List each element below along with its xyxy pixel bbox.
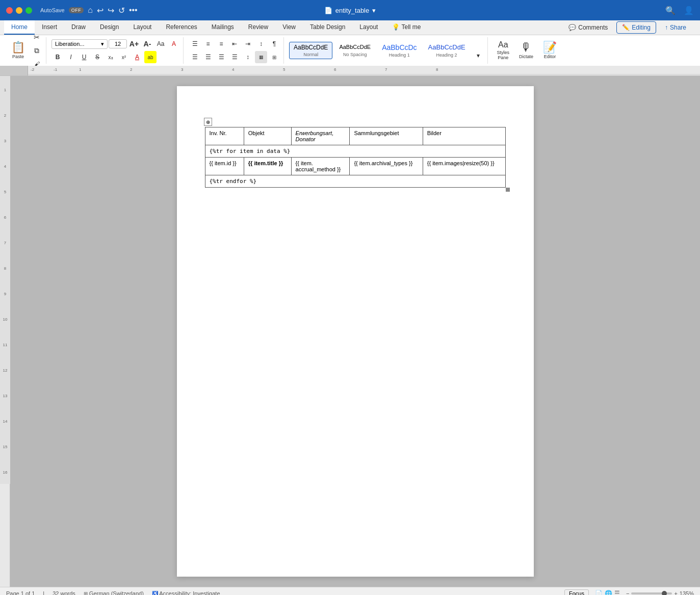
header-bilder: Bilder <box>423 127 505 145</box>
font-grow-button[interactable]: A+ <box>128 38 140 50</box>
tab-tell-me[interactable]: 💡 Tell me <box>385 20 428 35</box>
undo-icon[interactable]: ↩ <box>97 6 103 15</box>
font-color-button[interactable]: A <box>131 51 143 63</box>
indent-decrease-button[interactable]: ⇤ <box>228 38 241 50</box>
line-spacing-button[interactable]: ↕ <box>242 51 254 63</box>
share-button[interactable]: ↑ Share <box>659 21 692 34</box>
align-left-button[interactable]: ☰ <box>189 51 201 63</box>
strikethrough-button[interactable]: S <box>91 51 103 63</box>
svg-text:14: 14 <box>3 419 8 424</box>
svg-text:4: 4 <box>4 164 7 169</box>
styles-more-button[interactable]: ▾ <box>472 49 484 62</box>
paste-button[interactable]: 📋 Paste <box>7 37 29 64</box>
endfor-cell: {%tr endfor %} <box>205 175 505 188</box>
style-normal[interactable]: AaBbCcDdE Normal <box>289 42 332 59</box>
autosave-toggle[interactable]: OFF <box>69 7 84 13</box>
tab-table-design[interactable]: Table Design <box>303 20 352 35</box>
print-view-button[interactable]: 📄 <box>595 590 603 596</box>
pilcrow-button[interactable]: ¶ <box>268 38 280 50</box>
svg-text:9: 9 <box>4 292 7 296</box>
superscript-button[interactable]: x² <box>118 51 130 63</box>
cell-item-title: {{ item.title }} <box>244 158 291 175</box>
editing-button[interactable]: ✏️ Editing <box>616 21 656 34</box>
font-section: Liberation... ▾ 12 A+ A- Aa A B I U S x₂… <box>48 37 184 64</box>
tab-home[interactable]: Home <box>4 20 35 35</box>
clear-formatting-button[interactable]: A <box>168 38 180 50</box>
svg-text:3: 3 <box>4 139 7 143</box>
doc-title: entity_table <box>335 7 370 14</box>
table-resize-handle[interactable] <box>506 188 510 192</box>
save-icon[interactable]: ↺ <box>118 6 125 15</box>
zoom-decrease-button[interactable]: − <box>626 590 629 596</box>
align-center-button[interactable]: ☰ <box>202 51 214 63</box>
style-h1-preview: AaBbCcDc <box>382 43 417 52</box>
highlight-button[interactable]: ab <box>144 51 157 63</box>
svg-text:8: 8 <box>4 266 7 271</box>
style-heading1[interactable]: AaBbCcDc Heading 1 <box>377 41 421 60</box>
table-header-row: Inv. Nr. Objekt Erwerbungsart,Donator Sa… <box>205 127 505 145</box>
table-endfor-row: {%tr endfor %} <box>205 175 505 188</box>
web-view-button[interactable]: 🌐 <box>605 590 612 596</box>
horizontal-ruler: -2 -1 1 2 3 4 5 6 7 8 <box>0 66 700 76</box>
svg-text:5: 5 <box>4 190 7 194</box>
tab-review[interactable]: Review <box>241 20 275 35</box>
redo-icon[interactable]: ↪ <box>108 6 114 15</box>
editor-button[interactable]: 📝 Editor <box>539 37 561 64</box>
tab-mailings[interactable]: Mailings <box>204 20 241 35</box>
italic-button[interactable]: I <box>65 51 77 63</box>
scroll-area[interactable]: ⊕ Inv. Nr. Objekt Erwerbungsart,Donator … <box>10 76 700 587</box>
subscript-button[interactable]: x₂ <box>105 51 117 63</box>
style-no-spacing[interactable]: AaBbCcDdE No Spacing <box>334 42 375 59</box>
align-right-button[interactable]: ☰ <box>215 51 227 63</box>
font-shrink-button[interactable]: A- <box>141 38 153 50</box>
sort-button[interactable]: ↕ <box>255 38 267 50</box>
indent-increase-button[interactable]: ⇥ <box>242 38 254 50</box>
outline-view-button[interactable]: ☰ <box>614 590 620 596</box>
document-table: Inv. Nr. Objekt Erwerbungsart,Donator Sa… <box>205 127 506 188</box>
zoom-slider[interactable] <box>631 592 672 594</box>
tab-view[interactable]: View <box>275 20 303 35</box>
underline-button[interactable]: U <box>78 51 90 63</box>
maximize-button[interactable] <box>25 7 32 14</box>
tab-design[interactable]: Design <box>93 20 126 35</box>
borders-button[interactable]: ⊞ <box>268 51 280 63</box>
numbering-button[interactable]: ≡ <box>202 38 214 50</box>
status-bar: Page 1 of 1 | 32 words ⊞ German (Switzer… <box>0 587 700 595</box>
svg-text:15: 15 <box>3 445 8 449</box>
svg-text:13: 13 <box>3 394 8 398</box>
font-name-dropdown[interactable]: Liberation... ▾ <box>51 39 108 49</box>
change-case-button[interactable]: Aa <box>154 38 167 50</box>
tab-layout[interactable]: Layout <box>126 20 159 35</box>
minimize-button[interactable] <box>16 7 22 14</box>
font-size-input[interactable]: 12 <box>109 39 127 48</box>
comments-button[interactable]: 💬 Comments <box>563 21 613 34</box>
styles-pane-button[interactable]: Aa Styles Pane <box>493 37 514 64</box>
autosave-label: AutoSave <box>40 7 65 13</box>
search-icon[interactable]: 🔍 <box>665 6 676 15</box>
bullets-button[interactable]: ☰ <box>189 38 201 50</box>
dictate-button[interactable]: 🎙 Dictate <box>515 37 537 64</box>
more-icon[interactable]: ••• <box>129 6 138 15</box>
bold-button[interactable]: B <box>51 51 64 63</box>
focus-button[interactable]: Focus <box>564 589 589 596</box>
style-heading2[interactable]: AaBbCcDdE Heading 2 <box>424 41 470 60</box>
copy-button[interactable]: ⧉ <box>31 44 43 57</box>
home-icon[interactable]: ⌂ <box>88 6 93 15</box>
close-button[interactable] <box>6 7 13 14</box>
tab-references[interactable]: References <box>159 20 204 35</box>
zoom-increase-button[interactable]: + <box>674 590 677 596</box>
cut-button[interactable]: ✂ <box>31 31 43 43</box>
header-sammlungsgebiet: Sammlungsgebiet <box>350 127 423 145</box>
table-move-handle[interactable]: ⊕ <box>204 118 212 126</box>
tab-draw[interactable]: Draw <box>64 20 93 35</box>
svg-text:1: 1 <box>79 67 82 72</box>
multilevel-button[interactable]: ≡ <box>215 38 227 50</box>
cell-item-images: {{ item.images|resize(50) }} <box>423 158 505 175</box>
tab-table-layout[interactable]: Layout <box>352 20 385 35</box>
align-justify-button[interactable]: ☰ <box>228 51 241 63</box>
share-profile-icon[interactable]: 👤 <box>684 6 694 15</box>
svg-text:4: 4 <box>232 67 235 72</box>
shading-button[interactable]: ▦ <box>255 51 267 63</box>
cell-item-accrual: {{ item.accrual_method }} <box>291 158 350 175</box>
word-count: 32 words <box>53 590 75 596</box>
